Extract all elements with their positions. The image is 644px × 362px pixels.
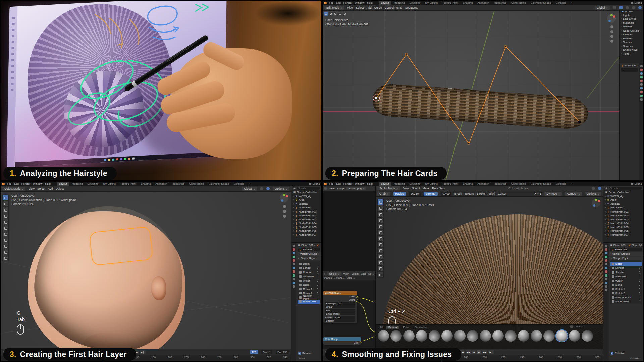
properties-tab-icon[interactable]: [605, 270, 607, 273]
outliner-object-row[interactable]: › ʃ NurbsPath.006: [603, 229, 643, 233]
menu-item[interactable]: File: [329, 1, 333, 4]
shape-key-row[interactable]: Rotate1 0: [298, 287, 320, 291]
play-button[interactable]: ▶: [477, 350, 481, 354]
options-dropdown[interactable]: Options: [273, 187, 289, 191]
sculpt-tool-icon[interactable]: [378, 236, 383, 241]
expand-chevron-icon[interactable]: ›: [293, 230, 294, 232]
tool-icon[interactable]: [333, 12, 337, 16]
menu-item[interactable]: Sculpt: [412, 187, 420, 190]
properties-tab-icon[interactable]: [640, 80, 643, 82]
outliner-category-row[interactable]: › Line Styles: [620, 17, 643, 21]
menu-item[interactable]: Add: [367, 6, 372, 9]
outliner-object-row[interactable]: › ʃ NurbsPath.002: [603, 214, 643, 218]
workspace-tab[interactable]: Sculpting: [407, 182, 422, 186]
properties-tab-icon[interactable]: [605, 263, 607, 265]
menu-item[interactable]: Mask: [423, 187, 429, 190]
outliner-object-row[interactable]: › ʃ NurbsPath.005: [603, 225, 643, 229]
sculpt-tool-icon[interactable]: [378, 212, 383, 217]
workspace-tab[interactable]: Layout: [379, 1, 391, 5]
workspace-tab[interactable]: Geometry Nodes: [207, 182, 231, 186]
workspace-tab[interactable]: +: [247, 182, 253, 186]
expand-chevron-icon[interactable]: ›: [605, 195, 606, 197]
shape-key-row[interactable]: Narrower 0: [298, 275, 320, 279]
brush-thumbnail[interactable]: [416, 330, 427, 342]
workspace-tab[interactable]: Shading: [461, 1, 475, 5]
properties-tab-icon[interactable]: [293, 252, 295, 254]
properties-tab-icon[interactable]: [605, 267, 607, 269]
brush-thumbnail[interactable]: [441, 330, 453, 342]
outliner-object-row[interactable]: › ʃ NurbsPath.003: [603, 218, 643, 222]
menu-item[interactable]: View: [403, 187, 409, 190]
mode-dropdown[interactable]: Edit Mode: [324, 6, 344, 10]
expand-chevron-icon[interactable]: ›: [621, 22, 622, 24]
outliner-object-row[interactable]: › ʃ NurbsPath.001: [291, 210, 321, 214]
current-frame-field[interactable]: 120: [250, 350, 258, 354]
color-socket[interactable]: [360, 342, 362, 344]
expand-chevron-icon[interactable]: ›: [621, 41, 622, 43]
tool-icon[interactable]: [343, 12, 347, 16]
workspace-tab[interactable]: Animation: [475, 1, 491, 5]
outliner-object-row[interactable]: › ʃ NurbsPath.007: [603, 233, 643, 237]
shelf-tab[interactable]: Simulation: [413, 326, 429, 329]
shape-key-row[interactable]: Shorter 0: [298, 270, 320, 275]
shape-key-row[interactable]: Narrower 0: [610, 275, 642, 279]
expand-chevron-icon[interactable]: ›: [293, 214, 294, 217]
node-header[interactable]: Brown.png.001: [323, 291, 357, 295]
brush-thumbnail[interactable]: [556, 330, 568, 342]
tool-icon[interactable]: [329, 12, 333, 16]
relative-checkbox[interactable]: ✓: [611, 352, 613, 355]
strength-value[interactable]: 0.400: [441, 192, 451, 196]
shading-solid-icon[interactable]: [260, 187, 263, 190]
properties-tab-icon[interactable]: [293, 270, 295, 273]
menu-item[interactable]: Window: [355, 1, 364, 4]
transform-orientation-dropdown[interactable]: Global: [242, 187, 257, 191]
properties-tab-icon[interactable]: [293, 259, 295, 262]
expand-chevron-icon[interactable]: ›: [621, 14, 622, 16]
breadcrumb-part[interactable]: Plane.0…: [324, 276, 335, 279]
node-header[interactable]: Color Ramp: [323, 337, 361, 341]
expand-chevron-icon[interactable]: ›: [621, 18, 622, 20]
sculpt-panel-dropdown[interactable]: Options: [585, 192, 601, 196]
scene-collection-row[interactable]: ▦ Scene Collection: [603, 190, 643, 194]
properties-tab-icon[interactable]: [605, 285, 607, 288]
brush-thumbnail[interactable]: [429, 330, 440, 342]
workspace-tab[interactable]: Rendering: [492, 1, 508, 5]
workspace-tab[interactable]: +: [569, 1, 575, 5]
image-name-field[interactable]: Brown.png.001: [325, 302, 355, 305]
properties-tab-icon[interactable]: [640, 83, 643, 86]
snap-icon[interactable]: [613, 6, 616, 9]
shading-material-icon[interactable]: [266, 187, 270, 190]
brush-menu-item[interactable]: Cursor: [498, 192, 506, 195]
expand-chevron-icon[interactable]: ›: [293, 210, 294, 213]
outliner-object-row[interactable]: › ⊙ Area: [603, 198, 643, 202]
properties-tab-icon[interactable]: [640, 72, 643, 75]
workspace-tab[interactable]: Shading: [461, 182, 475, 186]
properties-tab-icon[interactable]: [605, 274, 607, 277]
workspace-tab[interactable]: UV Editing: [101, 182, 118, 186]
outliner-object-row[interactable]: › ʃ NurbsPath.006: [291, 229, 321, 233]
properties-tab-icon[interactable]: [605, 289, 607, 291]
workspace-tab[interactable]: Rendering: [492, 182, 508, 186]
proportional-edit-icon[interactable]: [619, 6, 623, 9]
workspace-tab[interactable]: Scripting: [232, 182, 246, 186]
viewport-3d[interactable]: User Perspective (30) NurbsPath | NurbsP…: [323, 11, 619, 180]
grid-view-icon[interactable]: [570, 325, 573, 328]
brush-thumbnail[interactable]: [505, 330, 517, 342]
alpha-socket[interactable]: [356, 299, 358, 301]
workspace-tab[interactable]: Geometry Nodes: [529, 182, 553, 186]
relative-checkbox[interactable]: ✓: [298, 352, 301, 355]
outliner-category-row[interactable]: › Texts: [620, 52, 643, 56]
camera-view-icon[interactable]: [610, 35, 613, 38]
sculpt-tool-icon[interactable]: [378, 224, 383, 229]
next-key-button[interactable]: ▶▶: [482, 350, 487, 354]
viewport-3d[interactable]: User Perspective (120) Scene Collection …: [1, 192, 291, 349]
expand-chevron-icon[interactable]: ›: [621, 53, 622, 55]
outliner-search-input[interactable]: [297, 187, 320, 190]
menu-item[interactable]: Image: [337, 187, 344, 190]
shader-type-dropdown[interactable]: Object: [327, 272, 341, 276]
camera-view-icon[interactable]: [283, 215, 286, 218]
color-socket[interactable]: [356, 296, 358, 297]
add-rest-label[interactable]: Add Re…: [630, 357, 641, 360]
menu-item[interactable]: Add: [361, 272, 366, 275]
menu-item[interactable]: Face Sets: [432, 187, 445, 190]
